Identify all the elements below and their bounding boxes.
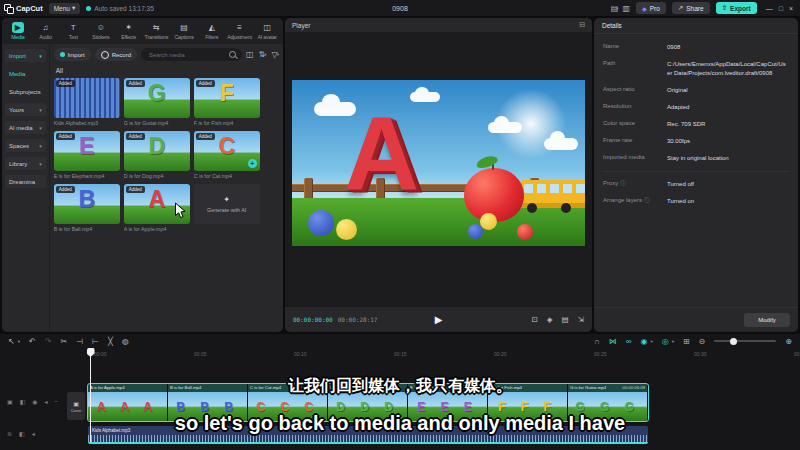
maximize-icon[interactable]: □ [776,5,786,12]
lock-icon[interactable]: ◧ [20,398,26,405]
tab-ai-avatar[interactable]: ◫AI avatar [253,18,281,44]
chevron-down-icon[interactable]: ▾ [264,52,266,57]
tab-media[interactable]: ▶Media [4,18,32,44]
chevron-down-icon: ▾ [39,107,42,113]
chevron-down-icon[interactable]: ▾ [277,52,279,57]
details-label: Path [603,60,667,78]
chevron-down-icon[interactable]: ▾ [672,339,674,344]
menu-button[interactable]: Menu ▾ [49,3,81,14]
tab-label: Captions [174,34,193,40]
auto-link-icon[interactable]: ∞ [626,337,632,346]
media-section-label[interactable]: All [56,67,279,74]
select-tool-icon[interactable]: ↖ [8,337,15,346]
redo-icon[interactable]: ↷ [45,337,52,346]
details-row-path: PathC:/Users/Emenxs/AppData/Local/CapCut… [594,56,798,82]
magnet-icon[interactable]: ∩ [594,337,600,346]
track-magnet-icon[interactable]: ◎ [662,337,669,346]
zoom-in-icon[interactable]: ⊕ [785,337,792,346]
cover-icon: ▣ [73,400,79,407]
search-icon[interactable] [229,51,236,58]
tab-effects[interactable]: ✶Effects [115,18,143,44]
compact-view-icon[interactable]: ◫ [246,50,254,59]
tab-audio[interactable]: ♫Audio [32,18,60,44]
pro-button[interactable]: ◆ Pro [636,2,666,14]
chevron-down-icon: ▾ [39,161,42,167]
video-track-controls: ▣◧◉◂– [7,398,58,405]
media-item[interactable]: AddedBB is for Ball.mp4 [54,184,120,232]
tab-filters[interactable]: ◭Filters [198,18,226,44]
mask-icon[interactable]: ◈ [547,315,553,324]
quality-icon[interactable]: ▤ [562,315,569,324]
media-grid: AddedKids Alphabet.mp3AddedGG is for Gui… [54,78,279,232]
mini-player-icon[interactable]: ⊟ [579,21,585,29]
mute-icon[interactable]: ◂ [45,398,48,405]
zoom-slider[interactable] [714,340,776,342]
preview-axis-icon[interactable]: ⊞ [683,337,690,346]
details-toggle-arrange-layers: Arrange layersⓘTurned on [594,193,798,210]
media-item[interactable]: AddedDD is for Dog.mp4 [124,131,190,179]
import-button[interactable]: Import [54,48,91,61]
added-badge: Added [126,80,145,87]
undo-icon[interactable]: ↶ [29,337,36,346]
capcut-logo: CapCut [4,4,43,13]
media-item[interactable]: AddedEE is for Elephant.mp4 [54,131,120,179]
fullscreen-icon[interactable]: ⇲ [578,315,584,324]
zoom-slider-knob[interactable] [730,338,737,345]
delete-icon[interactable]: ╳ [108,337,113,346]
audio-waveform [88,435,648,442]
autosave-status: Auto saved 13:17:35 [86,5,154,12]
sidebar-item-ai-media[interactable]: AI media▾ [5,121,46,134]
export-button[interactable]: ⇧ Export [716,2,757,14]
media-item[interactable]: AddedC+C is for Cat.mp4 [194,131,260,179]
delete-right-icon[interactable]: ⊢ [92,337,99,346]
tab-stickers[interactable]: ☺Stickers [87,18,115,44]
sidebar-item-yours[interactable]: Yours▾ [5,103,46,116]
autosave-dot-icon [86,6,91,11]
split-icon[interactable]: ✂ [60,337,67,346]
media-item[interactable]: AddedFF is for Fish.mp4 [194,78,260,126]
collapse-icon[interactable]: – [55,398,58,405]
video-thumbnail: AddedE [54,131,120,171]
chevron-down-icon[interactable]: ▾ [650,339,652,344]
sidebar-item-media[interactable]: Media [5,67,46,80]
tab-transitions[interactable]: ⇆Transitions [143,18,171,44]
close-icon[interactable]: × [786,5,796,12]
share-button[interactable]: ↗ Share [672,2,710,14]
add-to-timeline-icon[interactable]: + [248,159,257,168]
tab-captions[interactable]: ▤Captions [170,18,198,44]
generate-with-ai-card[interactable]: ✦Generate with AI [194,184,260,224]
chevron-down-icon[interactable]: ▾ [18,339,20,344]
sidebar-item-dreamina[interactable]: Dreamina [5,175,46,188]
mask-tool-icon[interactable]: ◍ [122,337,129,346]
tab-adjustment[interactable]: ≡Adjustment [226,18,254,44]
delete-left-icon[interactable]: ⊣ [76,337,83,346]
sidebar-item-import[interactable]: Import▾ [5,49,46,62]
minimize-icon[interactable]: — [763,5,776,12]
video-preview[interactable]: A [292,80,585,246]
record-icon [101,51,109,59]
media-item[interactable]: AddedKids Alphabet.mp3 [54,78,120,126]
modify-button[interactable]: Modify [744,313,790,327]
relayer-icon[interactable]: ▣ [7,398,13,405]
tab-text[interactable]: TText [59,18,87,44]
media-item-name: F is for Fish.mp4 [194,120,260,126]
record-button[interactable]: Record [95,48,137,61]
link-clips-icon[interactable]: ⋈ [609,337,617,346]
hide-icon[interactable]: ◉ [32,398,37,405]
ai-sparkle-icon: ✦ [223,195,230,204]
sidebar-item-library[interactable]: Library▾ [5,157,46,170]
snapshot-icon[interactable]: ⊡ [532,315,538,324]
chevron-down-icon: ▾ [39,125,42,131]
search-input[interactable] [147,51,226,59]
sidebar-item-spaces[interactable]: Spaces▾ [5,139,46,152]
chevron-down-icon[interactable]: ▾ [616,6,618,11]
snapping-icon[interactable]: ◉ [640,337,647,346]
sidebar-item-subprojects[interactable]: Subprojects [5,85,46,98]
timeline-toolbar: ↖▾↶↷✂⊣⊢╳◍ ∩⋈∞◉▾◎▾⊞⊖⊕ [0,334,800,348]
zoom-out-icon[interactable]: ⊖ [699,337,706,346]
media-item[interactable]: AddedGG is for Guitar.mp4 [124,78,190,126]
play-button[interactable]: ▶ [429,313,449,326]
timeline-ruler[interactable]: 00:0000:0500:1000:1500:2000:2500:3000:35 [0,348,800,360]
panel-layout-icon[interactable]: ▥ [623,4,631,13]
capcut-logo-icon [4,4,13,13]
